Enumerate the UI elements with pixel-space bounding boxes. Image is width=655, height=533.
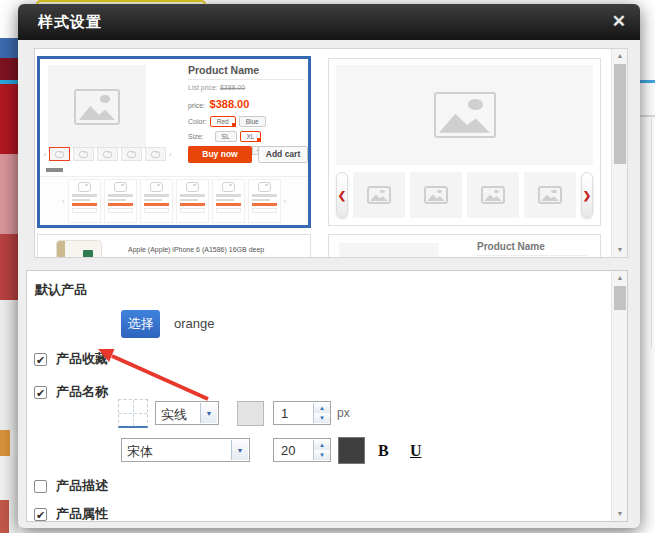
template-card-list[interactable]: Apple (Apple) iPhone 6 (A1586) 16GB deep xyxy=(37,234,311,258)
dialog-title: 样式设置 xyxy=(38,13,102,32)
page: 样式设置 ✕ Product Name List price: $388.00 … xyxy=(0,0,655,533)
image-placeholder-icon xyxy=(74,89,120,125)
related-product-card xyxy=(68,179,101,223)
preview-product-name: Product Name xyxy=(188,64,304,80)
thumbnail[interactable] xyxy=(73,147,94,161)
font-color-swatch[interactable] xyxy=(338,437,365,464)
style-form-panel: 默认产品 选择 orange ✔ 产品收藏 ✔ 产品名称 实线 ▼ xyxy=(26,270,628,522)
scroll-up-icon[interactable]: ▲ xyxy=(612,49,628,63)
border-width-input[interactable]: 1 ▲ ▼ xyxy=(273,401,331,425)
dialog-body: Product Name List price: $388.00 price: … xyxy=(18,40,640,528)
selected-product-value: orange xyxy=(174,316,214,331)
spinner-down-icon[interactable]: ▼ xyxy=(314,413,330,423)
name-checkbox[interactable]: ✔ xyxy=(34,386,47,399)
related-product-card xyxy=(212,179,245,223)
background-right-strip xyxy=(639,0,655,533)
chevron-down-icon[interactable]: ▼ xyxy=(200,403,217,423)
description-checkbox[interactable] xyxy=(34,480,47,493)
thumbs-next-icon[interactable]: › xyxy=(169,151,171,158)
related-product-card xyxy=(176,179,209,223)
form-scrollbar[interactable]: ▲ ▼ xyxy=(611,271,627,521)
scroll-up-icon[interactable]: ▲ xyxy=(612,271,628,285)
related-product-card xyxy=(104,179,137,223)
product-photo xyxy=(56,240,102,258)
image-placeholder-icon xyxy=(434,92,496,138)
scroll-down-icon[interactable]: ▼ xyxy=(612,243,628,257)
template-card-detail-selected[interactable]: Product Name List price: $388.00 price: … xyxy=(37,56,311,228)
border-side-picker[interactable] xyxy=(118,399,148,428)
favorite-checkbox[interactable]: ✔ xyxy=(34,353,47,366)
spinner-up-icon[interactable]: ▲ xyxy=(314,403,330,413)
border-color-swatch[interactable] xyxy=(237,401,264,426)
template-preview-panel: Product Name List price: $388.00 price: … xyxy=(34,48,628,258)
underline-button[interactable]: U xyxy=(410,442,422,460)
preview-scrollbar[interactable]: ▲ ▼ xyxy=(611,49,627,257)
gallery-thumbnail xyxy=(353,172,405,218)
checkbox-row-name: ✔ 产品名称 xyxy=(34,383,108,401)
attribute-checkbox[interactable]: ✔ xyxy=(34,508,47,521)
background-gray-line xyxy=(639,115,655,117)
bold-button[interactable]: B xyxy=(378,442,389,460)
default-product-label: 默认产品 xyxy=(35,281,87,299)
style-settings-dialog: 样式设置 ✕ Product Name List price: $388.00 … xyxy=(18,4,640,528)
close-icon[interactable]: ✕ xyxy=(612,11,626,32)
related-products-carousel: ‹ › xyxy=(40,176,308,225)
spinner-down-icon[interactable]: ▼ xyxy=(314,450,330,460)
related-section-label xyxy=(46,168,63,172)
template-card-gallery[interactable]: ❮ ❯ xyxy=(328,58,601,226)
related-product-card xyxy=(140,179,173,223)
select-product-button[interactable]: 选择 xyxy=(121,310,160,338)
thumbnail[interactable] xyxy=(49,147,70,161)
list-item-title: Apple (Apple) iPhone 6 (A1586) 16GB deep xyxy=(128,246,298,253)
chevron-down-icon[interactable]: ▼ xyxy=(231,440,248,460)
preview-price: $388.00 xyxy=(210,98,250,110)
spinner-up-icon[interactable]: ▲ xyxy=(314,440,330,450)
gallery-thumbnail xyxy=(467,172,519,218)
dialog-header: 样式设置 ✕ xyxy=(18,4,640,40)
size-option-sl[interactable]: SL xyxy=(215,131,237,142)
checkbox-row-favorite: ✔ 产品收藏 xyxy=(34,350,108,368)
thumbs-prev-icon[interactable]: ‹ xyxy=(44,151,46,158)
template-card-detail2[interactable]: Product Name List price: $388.00 xyxy=(328,234,601,258)
related-prev-icon[interactable]: ‹ xyxy=(62,197,65,206)
scrollbar-thumb[interactable] xyxy=(614,286,626,310)
color-option-blue[interactable]: Blue xyxy=(239,116,266,127)
color-option-red[interactable]: Red xyxy=(210,116,236,127)
add-cart-button[interactable]: Add cart xyxy=(258,146,308,163)
background-blue-line xyxy=(639,80,655,83)
thumbnail[interactable] xyxy=(145,147,166,161)
gallery-thumbnail xyxy=(410,172,462,218)
carousel-next-icon[interactable]: ❯ xyxy=(581,172,593,218)
thumbnail[interactable] xyxy=(97,147,118,161)
gallery-thumbnail xyxy=(524,172,576,218)
checkbox-row-description: 产品描述 xyxy=(34,477,108,495)
related-next-icon[interactable]: › xyxy=(284,197,287,206)
checkbox-row-attribute: ✔ 产品属性 xyxy=(34,505,108,522)
px-unit-label: px xyxy=(337,406,350,420)
scrollbar-thumb[interactable] xyxy=(614,64,626,164)
preview-list-price: $388.00 xyxy=(220,84,245,91)
scroll-down-icon[interactable]: ▼ xyxy=(612,507,628,521)
background-left-strip xyxy=(0,0,18,533)
buy-now-button[interactable]: Buy now xyxy=(188,146,252,163)
carousel-prev-icon[interactable]: ❮ xyxy=(336,172,348,218)
font-family-select[interactable]: 宋体 ▼ xyxy=(121,438,250,462)
thumbnail[interactable] xyxy=(121,147,142,161)
size-option-xl[interactable]: XL xyxy=(240,131,262,142)
related-product-card xyxy=(248,179,281,223)
font-size-input[interactable]: 20 ▲ ▼ xyxy=(273,438,331,462)
list-item-price-bar xyxy=(128,257,233,258)
border-style-select[interactable]: 实线 ▼ xyxy=(155,401,219,425)
